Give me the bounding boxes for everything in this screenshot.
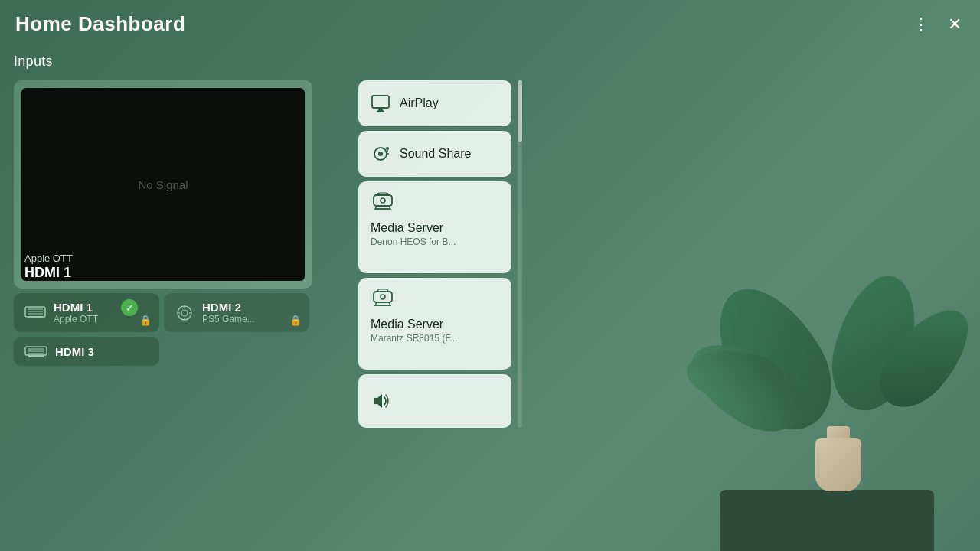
preview-main-label: HDMI 1 — [24, 265, 73, 281]
main-content: Inputs No Signal Apple OTT HDMI 1 — [14, 54, 980, 551]
inputs-section-label: Inputs — [14, 54, 980, 70]
hdmi2-info: HDMI 2 PS5 Game... — [202, 301, 255, 324]
header: Home Dashboard ⋮ ✕ — [0, 0, 980, 48]
right-panel: AirPlay Sound Share — [358, 80, 511, 428]
more-menu-button[interactable]: ⋮ — [910, 13, 933, 36]
airplay-card[interactable]: AirPlay — [358, 80, 511, 126]
active-check-badge: ✓ — [121, 299, 138, 316]
page-title: Home Dashboard — [15, 12, 185, 36]
airplay-label: AirPlay — [400, 96, 439, 110]
hdmi3-name: HDMI 3 — [55, 345, 94, 358]
sound-share-card[interactable]: Sound Share — [358, 131, 511, 177]
hdmi2-icon — [175, 305, 194, 321]
hdmi1-name: HDMI 1 — [54, 301, 98, 314]
no-signal-text: No Signal — [138, 178, 188, 191]
svg-rect-1 — [28, 316, 43, 318]
svg-point-20 — [386, 147, 389, 150]
preview-card[interactable]: No Signal Apple OTT HDMI 1 — [14, 80, 312, 289]
inputs-section: No Signal Apple OTT HDMI 1 — [14, 80, 980, 428]
hdmi2-button[interactable]: HDMI 2 PS5 Game... 🔒 — [164, 293, 309, 332]
audio-icon — [371, 391, 390, 411]
hdmi-row: HDMI 1 Apple OTT ✓ 🔒 — [14, 293, 328, 332]
media-server-2-icon — [371, 289, 395, 308]
preview-sublabel: Apple OTT — [24, 253, 73, 265]
media-server-1-card[interactable]: Media Server Denon HEOS for B... — [358, 181, 511, 273]
media-server-2-sublabel: Marantz SR8015 (F... — [371, 333, 457, 344]
close-button[interactable]: ✕ — [945, 13, 965, 36]
audio-card[interactable] — [358, 374, 511, 428]
hdmi-icon — [24, 306, 46, 320]
airplay-text: AirPlay — [400, 96, 439, 110]
preview-label-area: Apple OTT HDMI 1 — [24, 253, 73, 281]
hdmi3-button[interactable]: HDMI 3 — [14, 337, 159, 366]
hdmi3-icon — [24, 344, 47, 358]
media-server-1-label: Media Server — [371, 221, 456, 235]
airplay-icon — [371, 93, 390, 113]
svg-point-6 — [181, 310, 188, 316]
media-server-1-icon — [371, 192, 395, 212]
hdmi2-sub: PS5 Game... — [202, 314, 255, 324]
svg-point-19 — [378, 152, 383, 156]
media-server-1-text: Media Server Denon HEOS for B... — [371, 221, 456, 247]
scroll-thumb[interactable] — [518, 80, 522, 142]
hdmi2-name: HDMI 2 — [202, 301, 255, 314]
sound-share-label: Sound Share — [400, 147, 471, 161]
hdmi1-info: HDMI 1 Apple OTT — [54, 301, 98, 324]
svg-point-24 — [381, 198, 385, 203]
media-server-1-sublabel: Denon HEOS for B... — [371, 236, 456, 247]
header-actions: ⋮ ✕ — [910, 13, 965, 36]
svg-rect-16 — [372, 96, 389, 108]
svg-point-26 — [381, 295, 385, 299]
hdmi3-info: HDMI 3 — [55, 345, 94, 358]
scroll-track[interactable] — [518, 80, 522, 428]
media-server-2-text: Media Server Marantz SR8015 (F... — [371, 318, 457, 344]
sound-share-icon — [371, 144, 390, 164]
hdmi1-lock-icon: 🔒 — [139, 315, 152, 326]
preview-screen: No Signal — [21, 88, 305, 281]
svg-rect-12 — [28, 355, 44, 357]
hdmi1-button[interactable]: HDMI 1 Apple OTT ✓ 🔒 — [14, 293, 159, 332]
hdmi1-sub: Apple OTT — [54, 314, 98, 324]
left-panel: No Signal Apple OTT HDMI 1 — [14, 80, 328, 428]
sound-share-text: Sound Share — [400, 147, 471, 161]
media-server-2-card[interactable]: Media Server Marantz SR8015 (F... — [358, 278, 511, 370]
media-server-2-label: Media Server — [371, 318, 457, 331]
hdmi2-lock-icon: 🔒 — [289, 315, 302, 326]
